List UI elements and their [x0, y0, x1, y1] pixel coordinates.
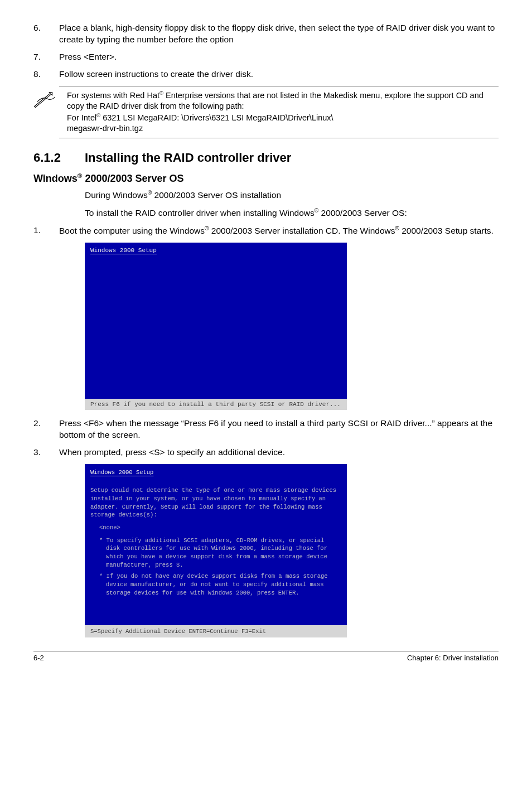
- reg-mark: ®: [395, 225, 399, 231]
- s1a: Boot the computer using the Windows: [59, 226, 205, 235]
- step-number: 7.: [33, 51, 59, 63]
- step-text: When prompted, press <S> to specify an a…: [59, 447, 499, 458]
- bs2-bullet1: * To specify additional SCSI adapters, C…: [99, 537, 341, 569]
- bs2-footer: S=Specify Additional Device ENTER=Contin…: [85, 625, 347, 638]
- intro2-post: 2000/2003 Server OS:: [318, 208, 407, 218]
- intro2-pre: To install the RAID controller driver wh…: [85, 208, 315, 218]
- bs2-bullet2: * If you do not have any device support …: [99, 572, 341, 597]
- setup-screenshot-2: Windows 2000 Setup Setup could not deter…: [85, 464, 499, 638]
- note-text: For systems with Red Hat® Enterprise ver…: [67, 90, 499, 134]
- step-number: 8.: [33, 69, 59, 80]
- note-icon: [33, 90, 67, 134]
- bs2-para1: Setup could not determine the type of on…: [90, 486, 341, 519]
- step-number: 3.: [33, 447, 59, 458]
- bs1-title: Windows 2000 Setup: [90, 247, 157, 254]
- section-number: 6.1.2: [33, 151, 85, 165]
- s1b: 2000/2003 Server installation CD. The Wi…: [209, 226, 395, 235]
- step-text: Press <Enter>.: [59, 51, 499, 63]
- setup-screenshot-1: Windows 2000 Setup Press F6 if you need …: [85, 243, 499, 410]
- note-line2a: For Intel: [67, 113, 96, 122]
- footer-right: Chapter 6: Driver installation: [407, 654, 499, 662]
- step-number: 2.: [33, 418, 59, 441]
- step-text: Place a blank, high-density floppy disk …: [59, 22, 499, 46]
- step-2: 2. Press <F6> when the message “Press F6…: [33, 418, 499, 441]
- step-number: 1.: [33, 225, 59, 237]
- step-6: 6. Place a blank, high-density floppy di…: [33, 22, 499, 46]
- bs2-title: Windows 2000 Setup: [85, 464, 347, 487]
- intro1-pre: During Windows: [85, 190, 148, 200]
- step-7: 7. Press <Enter>.: [33, 51, 499, 63]
- section-heading: 6.1.2 Installing the RAID controller dri…: [33, 151, 499, 165]
- note-line1a: For systems with Red Hat: [67, 91, 159, 100]
- subhead-post: 2000/2003 Server OS: [82, 173, 183, 184]
- step-text: Press <F6> when the message “Press F6 if…: [59, 418, 499, 441]
- note-line2b: 6321 LSI MegaRAID: \Drivers\6321 LSI Meg…: [100, 113, 333, 122]
- page-footer: 6-2 Chapter 6: Driver installation: [33, 651, 499, 662]
- sub-heading: Windows® 2000/2003 Server OS: [33, 172, 499, 185]
- note-line3: megaswr-drvr-bin.tgz: [67, 124, 143, 133]
- bs2-none: <none>: [99, 524, 341, 532]
- intro1-post: 2000/2003 Server OS installation: [152, 190, 281, 200]
- step-3: 3. When prompted, press <S> to specify a…: [33, 447, 499, 458]
- reg-mark: ®: [159, 90, 163, 96]
- bs1-footer: Press F6 if you need to install a third …: [85, 399, 347, 410]
- footer-left: 6-2: [33, 654, 44, 662]
- intro-paragraph-2: To install the RAID controller driver wh…: [85, 207, 499, 219]
- step-text: Follow screen instructions to create the…: [59, 69, 499, 80]
- step-number: 6.: [33, 22, 59, 46]
- subhead-pre: Windows: [33, 173, 78, 184]
- step-text: Boot the computer using the Windows® 200…: [59, 225, 499, 237]
- note-block: For systems with Red Hat® Enterprise ver…: [59, 86, 499, 138]
- intro-paragraph-1: During Windows® 2000/2003 Server OS inst…: [85, 189, 499, 201]
- section-title: Installing the RAID controller driver: [85, 151, 291, 165]
- s1c: 2000/2003 Setup starts.: [399, 226, 494, 235]
- step-8: 8. Follow screen instructions to create …: [33, 69, 499, 80]
- step-1: 1. Boot the computer using the Windows® …: [33, 225, 499, 237]
